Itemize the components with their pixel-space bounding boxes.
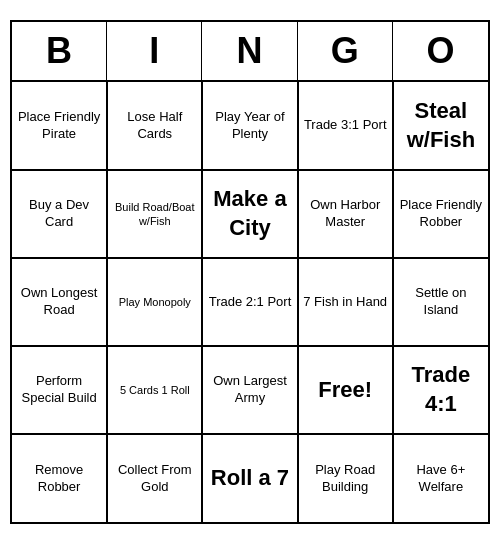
cell-label: Play Road Building: [303, 462, 388, 496]
bingo-cell: Trade 2:1 Port: [202, 258, 297, 346]
bingo-cell: Own Largest Army: [202, 346, 297, 434]
bingo-cell: Trade 4:1: [393, 346, 488, 434]
cell-label: Make a City: [207, 185, 292, 242]
cell-label: Collect From Gold: [112, 462, 197, 496]
cell-label: 7 Fish in Hand: [303, 294, 387, 311]
bingo-cell: Lose Half Cards: [107, 82, 202, 170]
bingo-cell: Roll a 7: [202, 434, 297, 522]
bingo-header: BINGO: [12, 22, 488, 82]
cell-label: Have 6+ Welfare: [398, 462, 484, 496]
bingo-cell: Own Longest Road: [12, 258, 107, 346]
cell-label: Build Road/Boat w/Fish: [112, 200, 197, 229]
cell-label: Place Friendly Robber: [398, 197, 484, 231]
cell-label: 5 Cards 1 Roll: [120, 383, 190, 397]
cell-label: Own Harbor Master: [303, 197, 388, 231]
cell-label: Own Largest Army: [207, 373, 292, 407]
bingo-cell: Play Year of Plenty: [202, 82, 297, 170]
bingo-cell: Steal w/Fish: [393, 82, 488, 170]
bingo-cell: Play Monopoly: [107, 258, 202, 346]
bingo-card: BINGO Place Friendly PirateLose Half Car…: [10, 20, 490, 524]
cell-label: Place Friendly Pirate: [16, 109, 102, 143]
cell-label: Roll a 7: [211, 464, 289, 493]
bingo-cell: Settle on Island: [393, 258, 488, 346]
header-letter: G: [298, 22, 393, 80]
bingo-cell: Trade 3:1 Port: [298, 82, 393, 170]
cell-label: Buy a Dev Card: [16, 197, 102, 231]
cell-label: Remove Robber: [16, 462, 102, 496]
bingo-cell: 7 Fish in Hand: [298, 258, 393, 346]
cell-label: Free!: [318, 376, 372, 405]
header-letter: B: [12, 22, 107, 80]
bingo-cell: Perform Special Build: [12, 346, 107, 434]
bingo-cell: Buy a Dev Card: [12, 170, 107, 258]
cell-label: Play Monopoly: [119, 295, 191, 309]
header-letter: O: [393, 22, 488, 80]
cell-label: Lose Half Cards: [112, 109, 197, 143]
bingo-grid: Place Friendly PirateLose Half CardsPlay…: [12, 82, 488, 522]
cell-label: Perform Special Build: [16, 373, 102, 407]
cell-label: Play Year of Plenty: [207, 109, 292, 143]
bingo-cell: Have 6+ Welfare: [393, 434, 488, 522]
bingo-cell: Remove Robber: [12, 434, 107, 522]
bingo-cell: Free!: [298, 346, 393, 434]
cell-label: Own Longest Road: [16, 285, 102, 319]
cell-label: Trade 3:1 Port: [304, 117, 387, 134]
bingo-cell: Build Road/Boat w/Fish: [107, 170, 202, 258]
bingo-cell: Collect From Gold: [107, 434, 202, 522]
bingo-cell: Play Road Building: [298, 434, 393, 522]
cell-label: Settle on Island: [398, 285, 484, 319]
header-letter: N: [202, 22, 297, 80]
bingo-cell: Place Friendly Pirate: [12, 82, 107, 170]
bingo-cell: Make a City: [202, 170, 297, 258]
bingo-cell: 5 Cards 1 Roll: [107, 346, 202, 434]
header-letter: I: [107, 22, 202, 80]
bingo-cell: Own Harbor Master: [298, 170, 393, 258]
cell-label: Trade 2:1 Port: [209, 294, 292, 311]
bingo-cell: Place Friendly Robber: [393, 170, 488, 258]
cell-label: Trade 4:1: [398, 361, 484, 418]
cell-label: Steal w/Fish: [398, 97, 484, 154]
